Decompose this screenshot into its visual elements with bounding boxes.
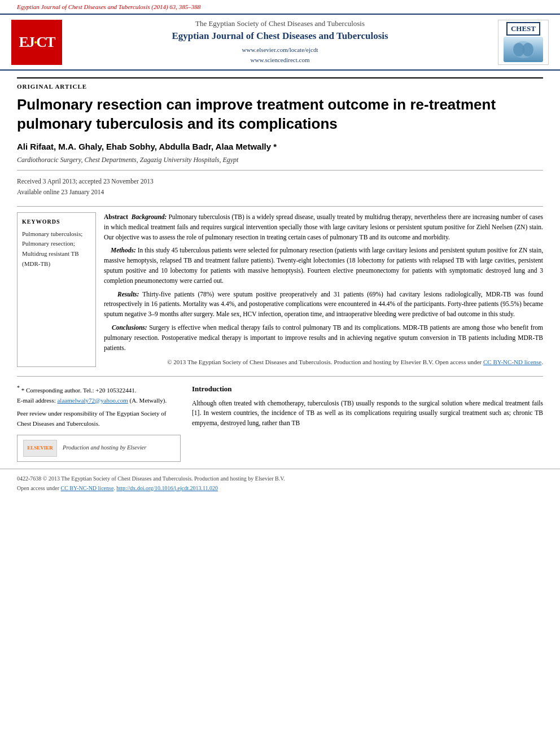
intro-heading: Introduction [192,383,543,395]
journal-urls: www.elsevier.com/locate/ejcdt www.scienc… [73,45,487,65]
keywords-list: Pulmonary tuberculosis; Pulmonary resect… [22,229,91,269]
bottom-section: * * Corresponding author. Tel.: +20 1053… [17,376,543,461]
divider-1 [17,170,543,171]
abstract-methods: Methods: In this study 45 tuberculous pa… [104,246,543,286]
introduction-col: Introduction Although often treated with… [192,383,543,461]
results-text: Thirty-five patients (78%) were sputum p… [104,291,543,318]
footer-cc-link[interactable]: CC BY-NC-ND license [60,485,113,491]
dates: Received 3 April 2013; accepted 23 Novem… [17,176,543,198]
results-heading: Results: [117,291,139,298]
email-note: E-mail address: alaamelwaly72@yahoo.com … [17,396,181,406]
received-date: Received 3 April 2013; accepted 23 Novem… [17,176,543,187]
url2: www.sciencedirect.com [251,56,310,63]
divider-2 [17,206,543,207]
chest-logo-image [504,37,543,62]
conclusions-heading: Conclusions: [112,324,147,331]
article-title: Pulmonary resection can improve treatmen… [17,95,543,134]
email-link[interactable]: alaamelwaly72@yahoo.com [57,397,128,404]
conclusions-text: Surgery is effective when medical therap… [104,324,543,351]
keywords-label: KEYWORDS [22,219,91,225]
footer-doi-link[interactable]: http://dx.doi.org/10.1016/j.ejcdt.2013.1… [116,485,218,491]
available-date: Available online 23 January 2014 [17,187,543,198]
journal-title-block: The Egyptian Society of Chest Diseases a… [68,19,492,65]
footer-issn: 0422-7638 © 2013 The Egyptian Society of… [17,475,285,482]
ejct-logo: EJ·CT [11,20,62,65]
page-footer: 0422-7638 © 2013 The Egyptian Society of… [0,469,560,497]
background-text: Pulmonary tuberculosis (TB) is a widely … [104,213,543,241]
cc-license-link[interactable]: CC BY-NC-ND license [483,359,541,365]
keyword-3: Multidrug resistant TB(MDR-TB) [22,249,91,269]
intro-text: Although often treated with chemotherapy… [192,399,543,429]
url1: www.elsevier.com/locate/ejcdt [242,46,318,53]
keyword-2: Pulmonary resection; [22,239,91,249]
affiliation: Cardiothoracic Surgery, Chest Department… [17,156,543,164]
methods-text: In this study 45 tuberculous patients we… [104,247,543,283]
peer-review-note: Peer review under responsibility of The … [17,409,181,429]
background-heading: Background: [132,213,167,220]
abstract-section: KEYWORDS Pulmonary tuberculosis; Pulmona… [17,212,543,368]
authors: Ali Rifaat, M.A. Ghaly, Ehab Sobhy, Abdu… [17,142,543,151]
copyright-text: © 2013 The Egyptian Society of Chest Dis… [167,359,483,365]
footer-open-access: Open access under [17,485,60,491]
journal-header: EJ·CT The Egyptian Society of Chest Dise… [0,14,560,71]
email-label: E-mail address: [17,397,56,404]
journal-name: Egyptian Journal of Chest Diseases and T… [73,30,487,42]
footnotes-col: * * Corresponding author. Tel.: +20 1053… [17,383,181,461]
elsevier-text: Production and hosting by Elsevier [63,443,146,453]
article-type: ORIGINAL ARTICLE [17,77,543,90]
copyright-line: © 2013 The Egyptian Society of Chest Dis… [104,357,543,367]
email-suffix: (A. Metwally). [128,397,167,404]
abstract-label: Abstract [104,213,128,220]
peer-review-text: Peer review under responsibility of The … [17,410,166,427]
copyright-period: . [541,359,543,365]
elsevier-logo-text: ELSEVIER [27,444,53,452]
authors-text: Ali Rifaat, M.A. Ghaly, Ehab Sobhy, Abdu… [17,142,277,151]
ejct-logo-text: EJ·CT [19,34,55,51]
main-content: ORIGINAL ARTICLE Pulmonary resection can… [0,77,560,461]
corresponding-text: * Corresponding author. Tel.: +20 105322… [21,387,137,394]
methods-heading: Methods: [111,247,136,254]
abstract-text: Abstract Background: Pulmonary tuberculo… [104,212,543,368]
svg-point-2 [522,43,533,56]
elsevier-logo: ELSEVIER [23,440,57,457]
abstract-background: Abstract Background: Pulmonary tuberculo… [104,212,543,242]
society-name: The Egyptian Society of Chest Diseases a… [73,19,487,28]
abstract-conclusions: Conclusions: Surgery is effective when m… [104,323,543,353]
citation-bar: Egyptian Journal of Chest Diseases and T… [0,0,560,14]
chest-logo: CHEST [498,20,549,65]
keywords-panel: KEYWORDS Pulmonary tuberculosis; Pulmona… [17,212,96,368]
elsevier-box: ELSEVIER Production and hosting by Elsev… [17,435,181,462]
keyword-1: Pulmonary tuberculosis; [22,229,91,239]
abstract-results: Results: Thirty-five patients (78%) were… [104,290,543,320]
citation-text: Egyptian Journal of Chest Diseases and T… [17,3,200,10]
chest-logo-text: CHEST [506,22,540,36]
corresponding-note: * * Corresponding author. Tel.: +20 1053… [17,383,181,395]
